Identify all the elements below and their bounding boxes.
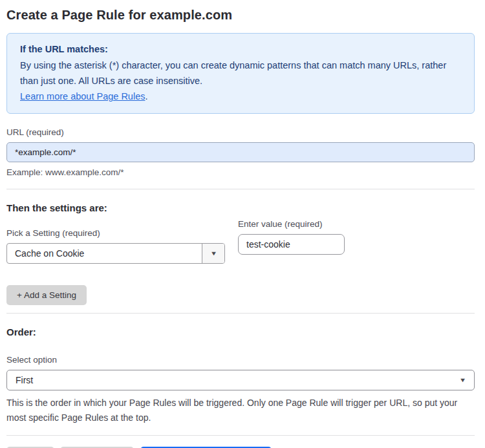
divider: [6, 313, 475, 314]
chevron-down-icon: ▼: [459, 377, 466, 383]
order-heading: Order:: [6, 326, 475, 337]
create-page-rule-panel: Create a Page Rule for example.com If th…: [0, 0, 485, 448]
settings-row: Pick a Setting (required) Cache on Cooki…: [6, 215, 475, 264]
setting-value-label: Enter value (required): [238, 219, 345, 229]
order-select[interactable]: First ▼: [6, 370, 475, 390]
setting-picker-column: Pick a Setting (required) Cache on Cooki…: [6, 215, 225, 264]
info-box-heading: If the URL matches:: [20, 42, 461, 57]
add-setting-button[interactable]: + Add a Setting: [6, 285, 87, 305]
url-matches-info-box: If the URL matches: By using the asteris…: [6, 33, 475, 114]
setting-dropdown-caret-button[interactable]: ▼: [202, 244, 224, 263]
order-help-text: This is the order in which your Page Rul…: [6, 396, 475, 425]
divider: [6, 189, 475, 189]
setting-dropdown-value: Cache on Cookie: [7, 244, 202, 263]
info-link-row: Learn more about Page Rules.: [20, 89, 461, 104]
order-select-label: Select option: [6, 355, 475, 365]
chevron-down-icon: ▼: [210, 250, 217, 257]
url-label: URL (required): [6, 127, 475, 137]
setting-value-column: Enter value (required): [238, 219, 345, 264]
settings-heading: Then the settings are:: [6, 202, 475, 213]
setting-value-input[interactable]: [238, 234, 345, 255]
page-title: Create a Page Rule for example.com: [6, 8, 475, 23]
url-example-hint: Example: www.example.com/*: [6, 167, 475, 177]
setting-picker-label: Pick a Setting (required): [6, 228, 225, 238]
link-suffix: .: [145, 91, 147, 101]
divider: [6, 435, 475, 436]
learn-more-link[interactable]: Learn more about Page Rules: [20, 91, 145, 101]
info-box-body: By using the asterisk (*) character, you…: [20, 58, 461, 89]
url-input[interactable]: [6, 142, 475, 162]
order-select-value: First: [16, 375, 33, 385]
setting-dropdown[interactable]: Cache on Cookie ▼: [6, 243, 225, 264]
